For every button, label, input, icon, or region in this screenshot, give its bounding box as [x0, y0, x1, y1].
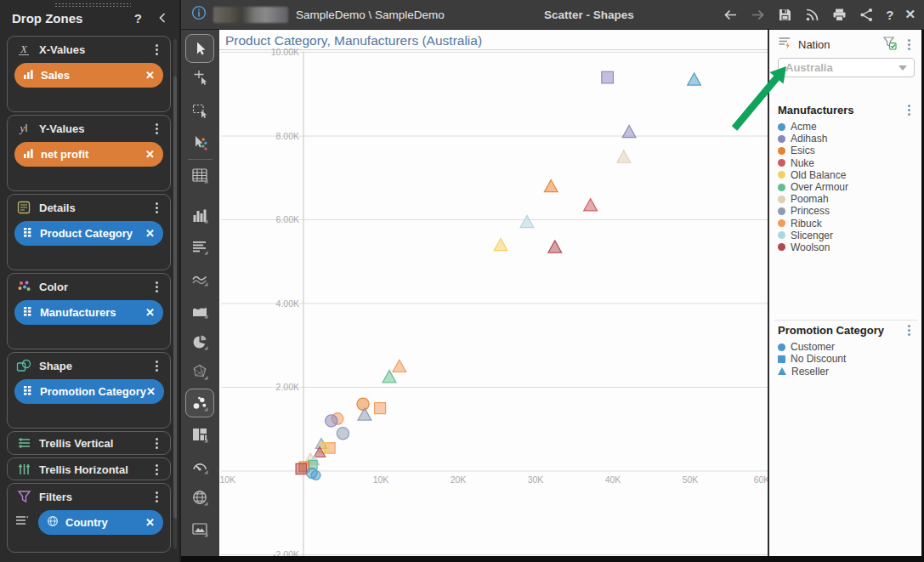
zone-menu-icon[interactable] [151, 491, 162, 502]
pill-sales[interactable]: Sales✕ [14, 63, 163, 88]
scatter-point[interactable] [548, 241, 562, 253]
map-visual-icon[interactable] [185, 483, 214, 512]
sidebar-scrollbar-thumb[interactable] [173, 77, 177, 519]
legend-item-adihash[interactable]: Adihash [778, 133, 915, 145]
dropzone-trellis-vertical[interactable]: Trellis Vertical [7, 431, 171, 455]
share-icon[interactable] [859, 7, 875, 23]
image-visual-icon[interactable] [185, 514, 214, 543]
zone-menu-icon[interactable] [151, 281, 162, 292]
scatter-point[interactable] [337, 428, 349, 440]
legend-item-ribuck[interactable]: Ribuck [778, 218, 915, 230]
zone-menu-icon[interactable] [151, 360, 162, 372]
zone-menu-icon[interactable] [151, 44, 162, 55]
subscribe-icon[interactable] [804, 7, 820, 23]
zone-menu-icon[interactable] [151, 464, 162, 475]
rectangle-select-tool-icon[interactable] [185, 96, 214, 125]
legend-item-woolson[interactable]: Woolson [778, 241, 915, 253]
pill-manufacturers[interactable]: Manufacturers✕ [14, 300, 163, 325]
crosshair-select-tool-icon[interactable] [185, 63, 214, 92]
line-chart-visual-icon[interactable] [185, 264, 214, 292]
pill-promotion-category[interactable]: Promotion Category✕ [14, 379, 164, 404]
remove-field-icon[interactable]: ✕ [145, 70, 155, 81]
scatter-point[interactable] [299, 462, 309, 472]
scatter-point[interactable] [320, 443, 330, 453]
scatter-point[interactable] [383, 371, 396, 383]
legend-item-slicenger[interactable]: Slicenger [778, 230, 915, 241]
filter-applied-icon[interactable] [882, 36, 897, 54]
dropzone-details[interactable]: DetailsProduct Category✕ [7, 194, 171, 270]
scatter-point[interactable] [358, 408, 371, 420]
collapse-panel-icon[interactable] [157, 12, 167, 24]
bar-chart-visual-icon[interactable] [185, 201, 214, 230]
scatter-point[interactable] [307, 468, 317, 478]
legend-item-esics[interactable]: Esics [778, 145, 915, 156]
zone-menu-icon[interactable] [151, 202, 162, 213]
close-icon[interactable]: ✕ [904, 7, 915, 22]
scatter-point[interactable] [622, 125, 636, 137]
drag-handle[interactable] [54, 3, 131, 8]
zone-menu-icon[interactable] [151, 438, 162, 449]
scatter-point[interactable] [688, 73, 701, 85]
scatter-point[interactable] [393, 360, 406, 372]
back-icon[interactable] [723, 7, 739, 23]
scatter-point[interactable] [584, 199, 598, 211]
remove-field-icon[interactable]: ✕ [145, 149, 155, 160]
scatter-point[interactable] [494, 238, 507, 250]
scatter-point[interactable] [375, 403, 386, 414]
scatter-point[interactable] [311, 470, 320, 480]
scatter-chart-panel[interactable]: Product Category, Manufacturers (Austral… [219, 30, 768, 556]
scatter-point[interactable] [357, 398, 369, 410]
help-icon[interactable]: ? [134, 11, 142, 26]
info-icon[interactable] [191, 5, 207, 24]
legend-item-poomah[interactable]: Poomah [778, 193, 915, 205]
scatter-point[interactable] [309, 456, 320, 465]
datapoint-select-tool-icon[interactable] [185, 128, 214, 157]
area-chart-visual-icon[interactable] [185, 296, 214, 325]
nation-dropdown[interactable]: Australia [778, 58, 915, 77]
legend-item-over-armour[interactable]: Over Armour [778, 181, 915, 193]
radar-chart-visual-icon[interactable] [185, 357, 214, 386]
scatter-point[interactable] [544, 180, 558, 192]
pill-net-profit[interactable]: net profit✕ [14, 142, 163, 167]
remove-field-icon[interactable]: ✕ [145, 228, 155, 239]
legend-item-no-discount[interactable]: No Discount [778, 353, 915, 365]
treemap-visual-icon[interactable] [185, 420, 214, 449]
remove-field-icon[interactable]: ✕ [145, 517, 155, 528]
dropzone-trellis-horizontal[interactable]: Trellis Horizontal [7, 457, 171, 480]
print-icon[interactable] [831, 7, 847, 23]
scatter-point[interactable] [520, 215, 534, 227]
manufacturers-menu-icon[interactable] [904, 105, 915, 116]
legend-item-acme[interactable]: Acme [778, 121, 915, 133]
scatter-point[interactable] [617, 150, 631, 162]
legend-item-reseller[interactable]: Reseller [778, 365, 915, 377]
dropzone-color[interactable]: ColorManufacturers✕ [7, 273, 171, 349]
legend-item-old-balance[interactable]: Old Balance [778, 169, 915, 181]
pie-chart-visual-icon[interactable] [185, 327, 214, 356]
scatter-point[interactable] [314, 446, 325, 457]
pill-country[interactable]: Country✕ [38, 510, 163, 535]
pointer-tool-icon[interactable] [185, 34, 214, 63]
remove-field-icon[interactable]: ✕ [146, 386, 156, 397]
scatter-point[interactable] [326, 415, 337, 427]
pill-product-category[interactable]: Product Category✕ [14, 221, 163, 246]
scatter-point[interactable] [309, 460, 317, 468]
scatter-point[interactable] [296, 463, 306, 474]
promotion-menu-icon[interactable] [904, 325, 915, 336]
nation-menu-icon[interactable] [904, 39, 915, 50]
remove-field-icon[interactable]: ✕ [145, 307, 155, 318]
dropzone-shape[interactable]: ShapePromotion Category✕ [7, 352, 171, 429]
scatter-point[interactable] [315, 439, 326, 449]
dropzone-y-values[interactable]: yIY-Valuesnet profit✕ [7, 115, 171, 191]
scatter-point[interactable] [304, 453, 315, 463]
zone-menu-icon[interactable] [151, 123, 162, 134]
legend-item-nuke[interactable]: Nuke [778, 157, 915, 169]
scatter-point[interactable] [602, 71, 614, 83]
legend-item-princess[interactable]: Princess [778, 205, 915, 217]
help-icon[interactable]: ? [886, 8, 893, 22]
dropzone-filters[interactable]: FiltersCountry✕ [7, 483, 171, 553]
dropzone-x-values[interactable]: XX-ValuesSales✕ [7, 36, 171, 112]
scatter-point[interactable] [332, 413, 343, 425]
table-visual-icon[interactable] [185, 161, 214, 190]
scatter-plot-visual-icon[interactable] [185, 389, 214, 417]
legend-item-customer[interactable]: Customer [778, 341, 915, 353]
